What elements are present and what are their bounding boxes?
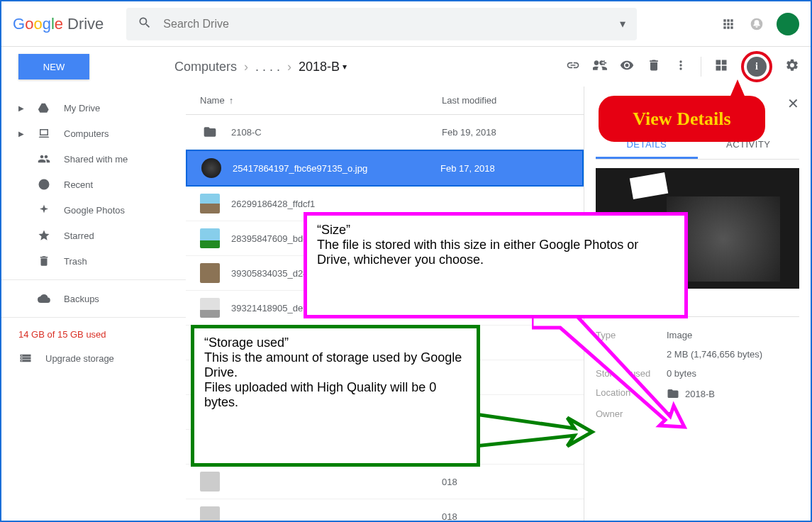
callout-storage-title: “Storage used” [204, 335, 467, 350]
logo-drive-text: Drive [67, 15, 104, 33]
notifications-icon[interactable] [748, 16, 765, 33]
callout-storage-body1: This is the amount of storage used by Go… [204, 350, 467, 380]
search-options-caret-icon[interactable]: ▾ [620, 17, 625, 30]
file-row[interactable]: 018 [186, 465, 584, 499]
sidebar-item-my-drive[interactable]: ▶ My Drive [1, 95, 186, 121]
breadcrumb-root[interactable]: Computers [174, 60, 237, 74]
header: Google Drive ▾ [1, 1, 811, 47]
search-icon [138, 16, 152, 33]
grid-view-icon[interactable] [714, 58, 728, 75]
settings-icon[interactable] [785, 58, 799, 75]
header-icons [720, 13, 799, 35]
nav-divider [1, 317, 186, 318]
link-icon[interactable] [566, 58, 580, 75]
search-input[interactable] [163, 18, 620, 30]
storage-usage-text: 14 GB of 15 GB used [1, 323, 186, 345]
svg-point-3 [21, 357, 23, 359]
file-date: 018 [442, 477, 569, 487]
sidebar: ▶ My Drive ▶ Computers Shared with me Re… [1, 87, 186, 521]
file-name: 26299186428_ffdcf1 [231, 199, 442, 209]
sidebar-item-shared[interactable]: Shared with me [1, 146, 186, 172]
nav-divider [1, 279, 186, 280]
breadcrumb-current[interactable]: 2018-B ▾ [299, 60, 347, 74]
breadcrumb: Computers › . . . . › 2018-B ▾ [174, 60, 347, 74]
sort-arrow-icon: ↑ [229, 95, 234, 106]
breadcrumb-sep: › [244, 60, 248, 74]
sidebar-item-label: Recent [64, 179, 93, 190]
file-thumbnail [200, 228, 220, 248]
action-separator [701, 57, 701, 77]
file-thumbnail [200, 194, 220, 213]
sidebar-item-computers[interactable]: ▶ Computers [1, 121, 186, 146]
star-icon [37, 228, 51, 243]
photos-icon [37, 203, 51, 217]
svg-point-2 [21, 355, 23, 357]
more-icon[interactable] [674, 58, 688, 75]
avatar[interactable] [777, 13, 799, 35]
clock-icon [37, 177, 51, 191]
file-thumbnail [200, 298, 220, 318]
cloud-icon [37, 291, 51, 306]
toolbar: NEW Computers › . . . . › 2018-B ▾ i [1, 47, 811, 87]
file-date: 018 [442, 511, 569, 522]
expand-arrow-icon: ▶ [18, 104, 24, 112]
sidebar-item-trash[interactable]: Trash [1, 248, 186, 274]
callout-storage: “Storage used” This is the amount of sto… [191, 325, 480, 467]
file-row-folder[interactable]: 2108-C Feb 19, 2018 [186, 115, 584, 150]
callout-view-details: View Details [599, 96, 765, 142]
column-modified[interactable]: Last modified [442, 95, 569, 106]
file-name: 2108-C [231, 127, 442, 138]
file-date: Feb 19, 2018 [442, 127, 569, 138]
sidebar-item-label: Starred [64, 231, 94, 241]
breadcrumb-sep: › [287, 60, 291, 74]
file-date: Feb 17, 2018 [440, 163, 568, 174]
sidebar-item-label: Computers [64, 128, 109, 139]
file-thumbnail [200, 506, 220, 522]
file-row-selected[interactable]: 25417864197_fbc6e97135_o.jpg Feb 17, 201… [186, 150, 584, 187]
callout-size-title: “Size” [317, 223, 674, 238]
file-name: 25417864197_fbc6e97135_o.jpg [233, 163, 440, 174]
delete-icon[interactable] [647, 58, 661, 75]
search-bar[interactable]: ▾ [126, 8, 637, 40]
info-button-highlight: i [741, 51, 772, 82]
sidebar-item-recent[interactable]: Recent [1, 172, 186, 197]
sidebar-item-label: Backups [64, 294, 99, 304]
upgrade-storage-link[interactable]: Upgrade storage [1, 345, 186, 371]
close-icon[interactable]: ✕ [787, 95, 799, 112]
sidebar-item-label: Trash [64, 256, 87, 267]
folder-icon [200, 122, 220, 142]
new-button[interactable]: NEW [18, 54, 89, 79]
callout-size-body: The file is stored with this size in eit… [317, 238, 674, 267]
svg-marker-6 [475, 414, 592, 446]
info-icon[interactable]: i [747, 57, 767, 77]
sidebar-item-starred[interactable]: Starred [1, 223, 186, 248]
trash-icon [37, 254, 51, 268]
sidebar-item-label: Google Photos [64, 205, 125, 216]
sidebar-item-label: My Drive [64, 103, 100, 113]
expand-arrow-icon: ▶ [18, 130, 24, 138]
drive-icon [37, 101, 51, 115]
people-icon [37, 152, 51, 166]
action-icons: i [566, 51, 799, 82]
sidebar-item-backups[interactable]: Backups [1, 286, 186, 311]
upgrade-label: Upgrade storage [45, 353, 114, 364]
callout-size: “Size” The file is stored with this size… [304, 212, 688, 318]
computer-icon [37, 126, 51, 140]
preview-icon[interactable] [620, 58, 634, 75]
file-thumbnail [200, 263, 220, 283]
svg-point-4 [21, 360, 23, 362]
file-row[interactable]: 018 [186, 499, 584, 522]
sidebar-item-label: Shared with me [64, 154, 128, 165]
share-icon[interactable] [593, 58, 607, 75]
column-name[interactable]: Name ↑ [200, 95, 442, 106]
breadcrumb-mid[interactable]: . . . . [255, 60, 280, 74]
sidebar-item-photos[interactable]: Google Photos [1, 197, 186, 223]
callout-storage-body2: Files uploaded with High Quality will be… [204, 380, 467, 410]
callout-storage-arrow [475, 411, 596, 453]
list-header: Name ↑ Last modified [186, 87, 584, 115]
storage-icon [18, 351, 33, 365]
file-thumbnail [200, 472, 220, 492]
svg-marker-5 [532, 313, 684, 427]
logo[interactable]: Google Drive [13, 15, 104, 33]
apps-icon[interactable] [720, 16, 737, 33]
